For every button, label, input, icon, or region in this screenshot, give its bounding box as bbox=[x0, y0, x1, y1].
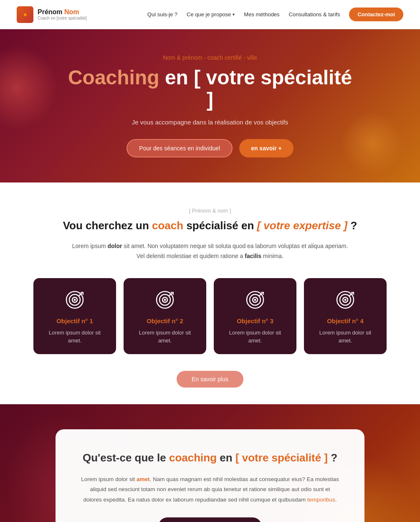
coaching-text-end: . bbox=[335, 497, 337, 503]
heading-expertise: [ votre expertise ] bbox=[257, 219, 347, 232]
hero-section: Nom & prénom - coach certifié - ville Co… bbox=[0, 29, 420, 182]
hero-btn-primary[interactable]: Pour des séances en individuel bbox=[127, 139, 233, 157]
navbar: 🔸 Prénom Nom Coach en [votre spécialité]… bbox=[0, 0, 420, 29]
cards-grid: Objectif n° 1 Lorem ipsum dolor sit amet… bbox=[33, 278, 387, 354]
coaching-title-part1: Qu'est-ce que le bbox=[83, 451, 169, 464]
hero-content: Nom & prénom - coach certifié - ville Co… bbox=[64, 54, 356, 157]
heading-part2: spécialisé en bbox=[183, 219, 257, 232]
coaching-amet: amet bbox=[137, 476, 150, 482]
heading-part1: Vou cherchez un bbox=[63, 219, 152, 232]
hero-title-coaching: Coaching bbox=[68, 66, 159, 89]
en-savoir-wrapper: En savoir plus bbox=[33, 371, 387, 388]
hero-btn-secondary[interactable]: en savoir + bbox=[239, 139, 293, 157]
coaching-temporibus: temporibus bbox=[307, 497, 335, 503]
hero-title: Coaching en [ votre spécialité ] bbox=[64, 67, 356, 111]
coaching-title-coaching: coaching bbox=[169, 451, 217, 464]
card-2-title: Objectif n° 2 bbox=[132, 317, 198, 324]
card-4-text: Lorem ipsum dolor sit amet. bbox=[312, 329, 378, 345]
coaching-card: Qu'est-ce que le coaching en [ votre spé… bbox=[56, 429, 364, 522]
nav-link-methods[interactable]: Mes méthodes bbox=[244, 11, 279, 18]
svg-point-19 bbox=[344, 299, 347, 301]
logo-firstname: Prénom bbox=[38, 8, 63, 15]
card-1-text: Lorem ipsum dolor sit amet. bbox=[42, 329, 108, 345]
card-3-title: Objectif n° 3 bbox=[222, 317, 288, 324]
card-1: Objectif n° 1 Lorem ipsum dolor sit amet… bbox=[33, 278, 116, 354]
card-3: Objectif n° 3 Lorem ipsum dolor sit amet… bbox=[214, 278, 296, 354]
svg-point-14 bbox=[254, 299, 256, 301]
about-section: [ Prénom & nom ] Vou cherchez un coach s… bbox=[0, 182, 420, 404]
card-2: Objectif n° 2 Lorem ipsum dolor sit amet… bbox=[124, 278, 206, 354]
nav-link-about[interactable]: Qui suis-je ? bbox=[147, 11, 177, 18]
card-3-text: Lorem ipsum dolor sit amet. bbox=[222, 329, 288, 345]
hero-description: Je vous accompagne dans la réalisation d… bbox=[64, 119, 356, 126]
decouvrez-btn[interactable]: Découvrez mes méthodes bbox=[158, 517, 262, 522]
coaching-card-title: Qu'est-ce que le coaching en [ votre spé… bbox=[81, 450, 339, 465]
nav-links: Qui suis-je ? Ce que je propose Mes méth… bbox=[147, 8, 403, 21]
svg-point-4 bbox=[74, 299, 76, 301]
logo-name: Prénom Nom bbox=[38, 8, 87, 16]
hero-subtitle: Nom & prénom - coach certifié - ville bbox=[64, 54, 356, 61]
contact-button[interactable]: Contactez-moi bbox=[349, 8, 403, 21]
heading-coach: coach bbox=[152, 219, 183, 232]
nav-link-consultations[interactable]: Consultations & tarifs bbox=[289, 11, 340, 18]
logo-subtitle: Coach en [votre spécialité] bbox=[38, 16, 87, 21]
coaching-text-before-amet: Lorem ipsum dolor sit bbox=[81, 476, 137, 482]
card-1-title: Objectif n° 1 bbox=[42, 317, 108, 324]
coaching-title-part2: en bbox=[217, 451, 235, 464]
hero-title-rest: en [ votre spécialité ] bbox=[159, 66, 352, 111]
card-2-text: Lorem ipsum dolor sit amet. bbox=[132, 329, 198, 345]
coaching-section: Qu'est-ce que le coaching en [ votre spé… bbox=[0, 404, 420, 522]
logo-text: Prénom Nom Coach en [votre spécialité] bbox=[38, 8, 87, 21]
coaching-title-bracket: [ votre spécialité ] bbox=[235, 451, 328, 464]
card-3-icon bbox=[222, 290, 288, 312]
card-1-icon bbox=[42, 290, 108, 312]
card-4-icon bbox=[312, 290, 378, 312]
en-savoir-btn[interactable]: En savoir plus bbox=[177, 371, 243, 388]
svg-point-9 bbox=[164, 299, 166, 301]
card-2-icon bbox=[132, 290, 198, 312]
nav-dropdown-offer[interactable]: Ce que je propose bbox=[187, 11, 235, 18]
logo-icon: 🔸 bbox=[17, 6, 33, 23]
card-4-title: Objectif n° 4 bbox=[312, 317, 378, 324]
coaching-title-end: ? bbox=[328, 451, 337, 464]
section-description: Lorem ipsum dolor sit amet. Non voluptat… bbox=[68, 241, 352, 261]
coaching-card-text: Lorem ipsum dolor sit amet. Nam quas mag… bbox=[81, 474, 339, 505]
section-heading: Vou cherchez un coach spécialisé en [ vo… bbox=[33, 218, 387, 233]
heading-end: ? bbox=[347, 219, 357, 232]
logo: 🔸 Prénom Nom Coach en [votre spécialité] bbox=[17, 6, 87, 23]
logo-lastname: Nom bbox=[64, 8, 79, 15]
hero-glow-left bbox=[0, 46, 58, 129]
hero-buttons: Pour des séances en individuel en savoir… bbox=[64, 139, 356, 157]
section-tag: [ Prénom & nom ] bbox=[33, 208, 387, 214]
card-4: Objectif n° 4 Lorem ipsum dolor sit amet… bbox=[304, 278, 387, 354]
